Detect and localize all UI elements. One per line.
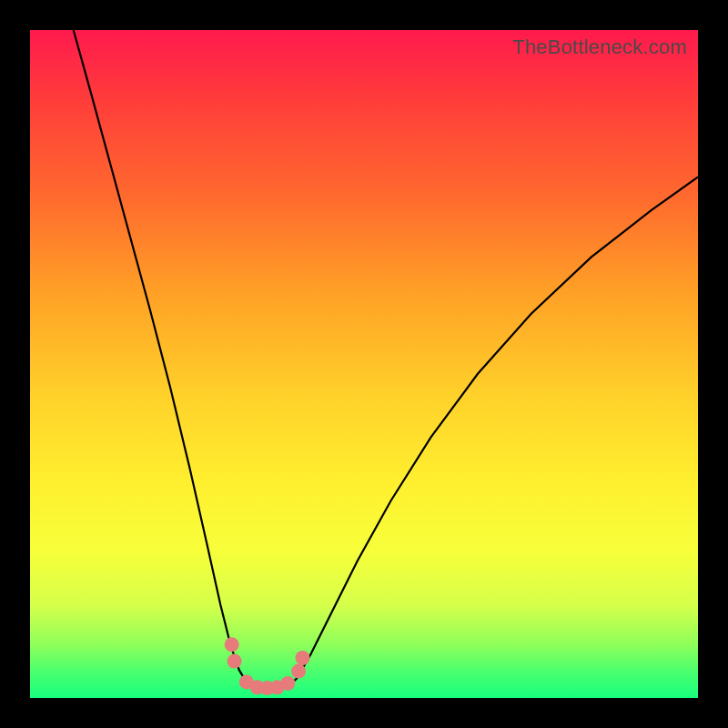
marker-dot xyxy=(296,651,310,665)
marker-dot xyxy=(225,637,239,652)
curve-left xyxy=(74,30,254,687)
marker-dot xyxy=(291,664,306,679)
chart-frame: TheBottleneck.com xyxy=(0,0,728,728)
curve-right xyxy=(288,177,698,688)
plot-area: TheBottleneck.com xyxy=(30,30,698,698)
curve-layer xyxy=(30,30,698,698)
marker-dot xyxy=(280,676,295,691)
marker-dot xyxy=(228,654,242,669)
marker-group xyxy=(225,637,310,695)
